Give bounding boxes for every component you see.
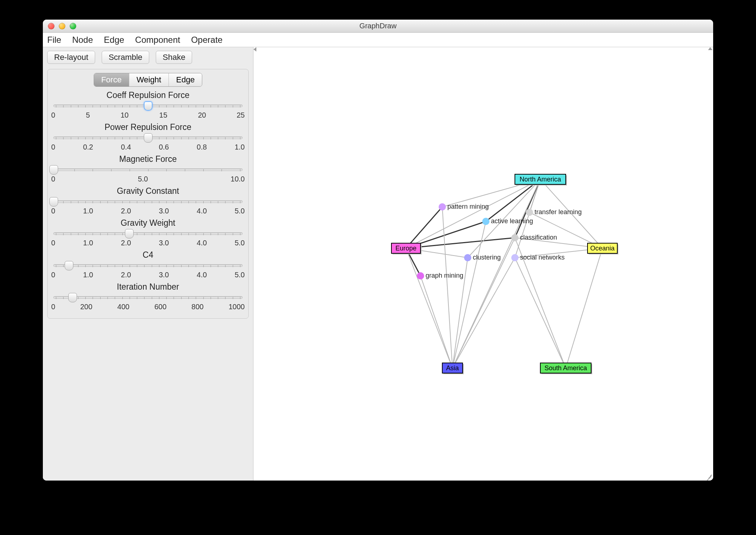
region-label: North America <box>520 176 561 183</box>
slider-ticks: 01.02.03.04.05.0 <box>51 270 245 279</box>
menu-operate[interactable]: Operate <box>191 35 223 45</box>
slider-tick-label: 5.0 <box>235 207 245 215</box>
slider-tick-label: 0.6 <box>159 143 169 151</box>
graph-canvas[interactable]: pattern miningactive learningtransfer le… <box>253 47 713 481</box>
slider-tick-label: 0 <box>51 143 55 151</box>
slider-track[interactable] <box>51 101 245 110</box>
topic-label: active learning <box>491 217 533 225</box>
slider-tick-label: 0.2 <box>83 143 93 151</box>
topic-label: social networks <box>520 254 565 261</box>
slider-thumb[interactable] <box>65 261 73 270</box>
slider-thumb[interactable] <box>68 293 77 302</box>
slider-tick-label: 10 <box>121 111 129 119</box>
slider-thumb[interactable] <box>144 133 153 143</box>
slider-tick-label: 25 <box>237 111 245 119</box>
slider-track[interactable] <box>51 165 245 174</box>
slider-track[interactable] <box>51 293 245 302</box>
graph-svg: pattern miningactive learningtransfer le… <box>253 47 713 481</box>
slider-ticks: 02004006008001000 <box>51 302 245 311</box>
slider-track[interactable] <box>51 229 245 238</box>
slider-label: Magnetic Force <box>51 154 245 164</box>
topic-node[interactable] <box>464 254 471 261</box>
slider-tick-label: 4.0 <box>197 271 207 279</box>
traffic-lights <box>43 23 76 29</box>
slider-track[interactable] <box>51 197 245 206</box>
topic-node[interactable] <box>511 234 519 241</box>
slider-label: Iteration Number <box>51 282 245 292</box>
slider-tick-label: 1.0 <box>83 239 93 247</box>
slider-thumb[interactable] <box>125 229 134 238</box>
shake-button[interactable]: Shake <box>156 51 192 64</box>
slider-tick-label: 1.0 <box>83 207 93 215</box>
panel-tabs: Force Weight Edge <box>94 73 203 87</box>
topic-label: pattern mining <box>447 203 489 210</box>
tab-edge[interactable]: Edge <box>169 73 202 86</box>
menu-file[interactable]: File <box>47 35 61 45</box>
slider-tick-label: 1.0 <box>235 143 245 151</box>
graph-edge <box>566 248 602 368</box>
menu-node[interactable]: Node <box>72 35 93 45</box>
slider-tick-label: 5 <box>86 111 90 119</box>
close-icon[interactable] <box>48 23 54 29</box>
slider-thumb[interactable] <box>49 197 58 207</box>
slider-tick-label: 3.0 <box>159 207 169 215</box>
graph-edge <box>515 258 566 368</box>
slider-label: Coeff Repulsion Force <box>51 90 245 100</box>
scramble-button[interactable]: Scramble <box>102 51 149 64</box>
slider-label: Power Repulsion Force <box>51 122 245 132</box>
slider-magnetic: Magnetic Force 05.010.0 <box>51 154 245 183</box>
window-title: GraphDraw <box>43 22 713 30</box>
topic-node[interactable] <box>439 203 446 211</box>
force-panel: Force Weight Edge Coeff Repulsion Force … <box>47 69 249 319</box>
zoom-icon[interactable] <box>70 23 76 29</box>
slider-tick-label: 600 <box>154 303 166 311</box>
slider-ticks: 0510152025 <box>51 110 245 119</box>
slider-label: Gravity Constant <box>51 186 245 196</box>
slider-c4: C4 01.02.03.04.05.0 <box>51 250 245 279</box>
slider-tick-label: 5.0 <box>235 271 245 279</box>
menu-component[interactable]: Component <box>135 35 180 45</box>
topic-node[interactable] <box>417 272 424 279</box>
slider-tick-label: 10.0 <box>231 175 245 183</box>
slider-tick-label: 0 <box>51 303 55 311</box>
tab-weight[interactable]: Weight <box>129 73 169 86</box>
menu-edge[interactable]: Edge <box>104 35 124 45</box>
slider-tick-label: 15 <box>159 111 167 119</box>
slider-thumb[interactable] <box>144 101 153 111</box>
slider-iteration: Iteration Number 02004006008001000 <box>51 282 245 311</box>
slider-tick-label: 0 <box>51 271 55 279</box>
slider-tick-label: 200 <box>80 303 92 311</box>
slider-tick-label: 0 <box>51 207 55 215</box>
topic-node[interactable] <box>482 218 489 225</box>
slider-tick-label: 5.0 <box>138 175 148 183</box>
slider-tick-label: 800 <box>191 303 203 311</box>
slider-coeff-repulsion: Coeff Repulsion Force 0510152025 <box>51 90 245 119</box>
slider-tick-label: 0 <box>51 175 55 183</box>
slider-ticks: 05.010.0 <box>51 174 245 183</box>
slider-power-repulsion: Power Repulsion Force 00.20.40.60.81.0 <box>51 122 245 151</box>
region-label: Europe <box>395 245 416 252</box>
slider-tick-label: 0 <box>51 111 55 119</box>
slider-track[interactable] <box>51 133 245 142</box>
menubar: File Node Edge Component Operate <box>43 33 713 47</box>
tab-force[interactable]: Force <box>94 73 129 86</box>
relayout-button[interactable]: Re-layout <box>47 51 95 64</box>
slider-tick-label: 20 <box>198 111 206 119</box>
slider-tick-label: 2.0 <box>121 239 131 247</box>
slider-tick-label: 2.0 <box>121 207 131 215</box>
toolbar: Re-layout Scramble Shake <box>47 51 249 64</box>
sidebar: Re-layout Scramble Shake Force Weight Ed… <box>43 47 253 481</box>
topic-node[interactable] <box>511 254 519 261</box>
topic-label: clustering <box>473 254 501 261</box>
region-label: Oceania <box>590 245 615 252</box>
topic-node[interactable] <box>526 209 533 216</box>
slider-tick-label: 1000 <box>228 303 245 311</box>
slider-track[interactable] <box>51 261 245 270</box>
slider-label: C4 <box>51 250 245 260</box>
slider-tick-label: 1.0 <box>83 271 93 279</box>
minimize-icon[interactable] <box>59 23 65 29</box>
resize-grip-icon[interactable] <box>706 473 712 479</box>
slider-tick-label: 0 <box>51 239 55 247</box>
topic-label: classification <box>520 234 557 241</box>
slider-thumb[interactable] <box>49 165 58 175</box>
